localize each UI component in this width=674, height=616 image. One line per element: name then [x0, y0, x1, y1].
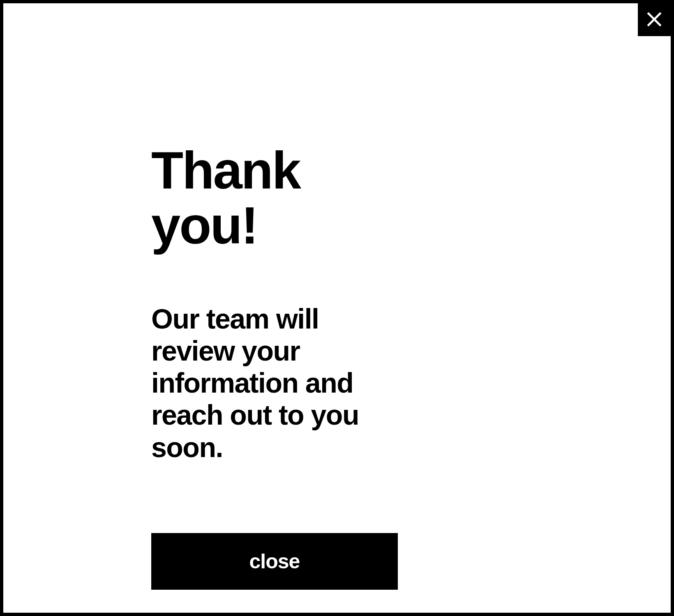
modal-subheading: Our team will review your information an… [151, 303, 398, 463]
modal-content: Thank you! Our team will review your inf… [3, 3, 546, 590]
close-icon-button[interactable] [638, 3, 671, 36]
close-button[interactable]: close [151, 533, 398, 590]
close-icon [647, 12, 662, 28]
modal-heading: Thank you! [151, 143, 398, 253]
thank-you-modal: Thank you! Our team will review your inf… [0, 0, 674, 616]
